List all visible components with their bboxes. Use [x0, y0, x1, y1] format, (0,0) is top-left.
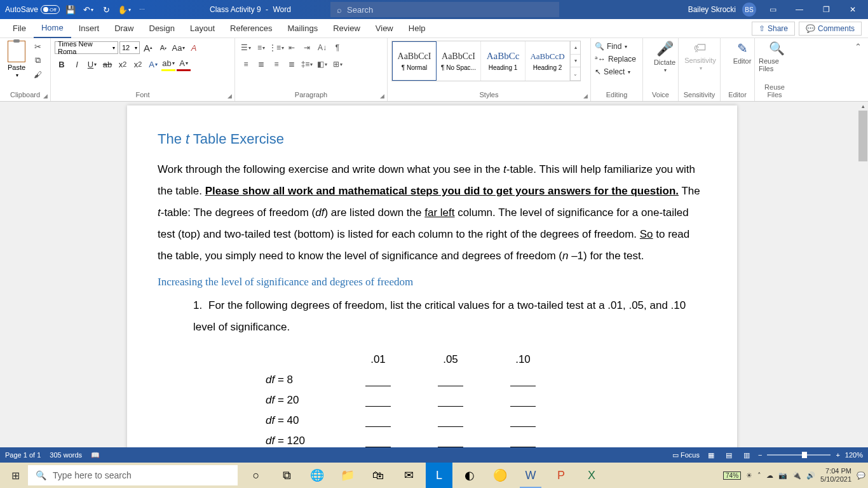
font-name-select[interactable]: Times New Roma▾ — [55, 41, 118, 54]
user-avatar[interactable]: BS — [742, 3, 756, 17]
mail-icon[interactable]: ✉ — [395, 463, 422, 488]
excel-icon[interactable]: X — [578, 463, 605, 488]
clock[interactable]: 7:04 PM 5/10/2021 — [820, 467, 851, 484]
bullets-icon[interactable]: ☰▾ — [239, 41, 253, 55]
focus-button[interactable]: ▭ Focus — [672, 451, 700, 459]
chrome-icon[interactable]: 🟡 — [487, 463, 513, 488]
tab-file[interactable]: File — [5, 19, 34, 38]
qat-more-icon[interactable]: ⋯ — [135, 3, 149, 17]
zoom-level[interactable]: 120% — [845, 451, 863, 459]
styles-gallery[interactable]: AaBbCcI ¶ Normal AaBbCcI ¶ No Spac... Aa… — [391, 41, 581, 81]
borders-icon[interactable]: ⊞▾ — [330, 57, 344, 71]
dec-indent-icon[interactable]: ⇤ — [285, 41, 299, 55]
battery-indicator[interactable]: 74% — [723, 471, 741, 480]
align-center-icon[interactable]: ≣ — [254, 57, 268, 71]
web-layout-icon[interactable]: ▥ — [740, 449, 753, 461]
font-size-select[interactable]: 12▾ — [119, 41, 140, 54]
font-launcher-icon[interactable]: ◢ — [227, 93, 232, 99]
document-page[interactable]: The t Table Exercise Work through the fo… — [127, 105, 737, 463]
subscript-icon[interactable]: x2 — [116, 57, 130, 71]
tab-layout[interactable]: Layout — [182, 19, 222, 38]
find-button[interactable]: 🔍Find▾ — [595, 41, 639, 52]
edge-icon[interactable]: 🌐 — [304, 463, 330, 488]
superscript-icon[interactable]: x2 — [131, 57, 145, 71]
zoom-in-icon[interactable]: + — [836, 451, 839, 459]
shading-icon[interactable]: ◧▾ — [315, 57, 329, 71]
touch-mode-icon[interactable]: ✋▾ — [117, 3, 131, 17]
style-heading1[interactable]: AaBbCc Heading 1 — [481, 41, 526, 81]
tab-design[interactable]: Design — [142, 19, 182, 38]
maximize-icon[interactable]: ❐ — [816, 0, 836, 19]
tab-draw[interactable]: Draw — [107, 19, 141, 38]
weather-icon[interactable]: ☀ — [746, 471, 752, 480]
style-normal[interactable]: AaBbCcI ¶ Normal — [392, 41, 437, 81]
word-icon[interactable]: W — [517, 463, 544, 488]
taskbar-search[interactable]: 🔍 Type here to search — [28, 465, 238, 485]
scroll-up-icon[interactable]: ▴ — [858, 102, 868, 111]
onedrive-icon[interactable]: ☁ — [766, 471, 773, 480]
style-heading2[interactable]: AaBbCcD Heading 2 — [526, 41, 570, 81]
explorer-icon[interactable]: 📁 — [334, 463, 361, 488]
styles-scroll[interactable]: ▴▾⌄ — [570, 41, 580, 81]
sort-icon[interactable]: A↓ — [315, 41, 329, 55]
align-left-icon[interactable]: ≡ — [239, 57, 253, 71]
paste-button[interactable]: Paste ▾ — [4, 41, 29, 91]
undo-icon[interactable]: ↶▾ — [81, 3, 95, 17]
italic-icon[interactable]: I — [70, 57, 84, 71]
align-right-icon[interactable]: ≡ — [269, 57, 283, 71]
format-painter-icon[interactable]: 🖌 — [32, 69, 43, 80]
grow-font-icon[interactable]: A▴ — [141, 41, 155, 55]
clipboard-launcher-icon[interactable]: ◢ — [43, 93, 48, 99]
vertical-scrollbar[interactable]: ▴ ▾ — [858, 102, 868, 463]
copy-icon[interactable]: ⧉ — [32, 55, 43, 66]
tray-chevron-icon[interactable]: ˄ — [757, 471, 761, 480]
user-name[interactable]: Bailey Skrocki — [688, 5, 736, 14]
comments-button[interactable]: 💬Comments — [799, 22, 862, 36]
shrink-font-icon[interactable]: A▾ — [156, 41, 170, 55]
justify-icon[interactable]: ≣ — [285, 57, 299, 71]
style-no-spacing[interactable]: AaBbCcI ¶ No Spac... — [437, 41, 481, 81]
read-mode-icon[interactable]: ▦ — [705, 449, 717, 461]
numbering-icon[interactable]: ≡▾ — [254, 41, 268, 55]
search-input[interactable]: ⌕ Search — [330, 2, 559, 17]
autosave-toggle[interactable]: AutoSave Off — [5, 5, 60, 14]
tab-help[interactable]: Help — [401, 19, 433, 38]
close-icon[interactable]: ✕ — [843, 0, 863, 19]
tab-mailings[interactable]: Mailings — [280, 19, 326, 38]
tab-home[interactable]: Home — [34, 19, 71, 38]
print-layout-icon[interactable]: ▤ — [722, 449, 735, 461]
clear-format-icon[interactable]: A — [187, 41, 201, 55]
meet-now-icon[interactable]: 📷 — [778, 471, 787, 480]
cortana-icon[interactable]: ○ — [243, 463, 269, 488]
styles-launcher-icon[interactable]: ◢ — [583, 93, 588, 99]
highlight-icon[interactable]: ab▾ — [161, 57, 175, 71]
spell-check-icon[interactable]: 📖 — [91, 451, 100, 459]
word-count[interactable]: 305 words — [50, 451, 82, 459]
page-indicator[interactable]: Page 1 of 1 — [5, 451, 41, 459]
powerpoint-icon[interactable]: P — [548, 463, 574, 488]
chromium-icon[interactable]: ◐ — [456, 463, 483, 488]
scroll-thumb[interactable] — [858, 111, 867, 161]
font-color-icon[interactable]: A▾ — [177, 57, 191, 71]
line-spacing-icon[interactable]: ‡≡▾ — [300, 57, 314, 71]
tab-review[interactable]: Review — [325, 19, 368, 38]
tab-references[interactable]: References — [222, 19, 280, 38]
replace-button[interactable]: ᵃ↔Replace — [595, 53, 639, 65]
ribbon-display-icon[interactable]: ▭ — [763, 0, 783, 19]
lockdown-icon[interactable]: L — [426, 463, 452, 488]
zoom-out-icon[interactable]: − — [758, 451, 762, 459]
select-button[interactable]: ↖Select▾ — [595, 66, 639, 78]
redo-icon[interactable]: ↻ — [99, 3, 113, 17]
show-marks-icon[interactable]: ¶ — [330, 41, 344, 55]
inc-indent-icon[interactable]: ⇥ — [300, 41, 314, 55]
start-button[interactable]: ⊞ — [3, 463, 28, 488]
cut-icon[interactable]: ✂ — [32, 41, 43, 52]
tab-view[interactable]: View — [368, 19, 401, 38]
save-icon[interactable]: 💾 — [64, 3, 78, 17]
dictate-button[interactable]: 🎤 Dictate▾ — [647, 41, 682, 73]
power-icon[interactable]: 🔌 — [792, 471, 801, 480]
tab-insert[interactable]: Insert — [71, 19, 107, 38]
paragraph-launcher-icon[interactable]: ◢ — [380, 93, 384, 99]
notifications-icon[interactable]: 💬 — [857, 471, 865, 480]
underline-icon[interactable]: U▾ — [85, 57, 99, 71]
